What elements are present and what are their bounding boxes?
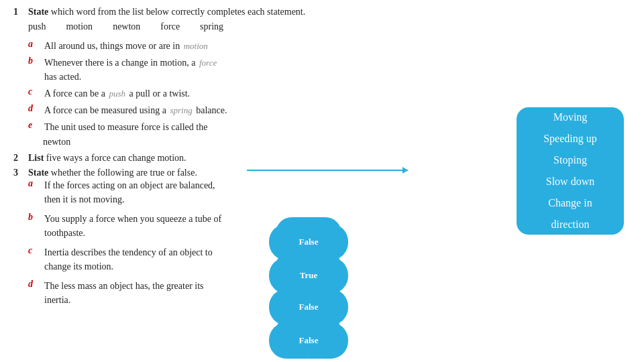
q3-instruction: whether the following are true or false. bbox=[51, 168, 197, 178]
question-number-1: 1 bbox=[13, 7, 25, 147]
q3-label-a: a bbox=[28, 178, 40, 189]
q3-text-c: Inertia describes the tendency of an obj… bbox=[44, 245, 631, 274]
word-newton: newton bbox=[113, 21, 140, 32]
q3-bold: State bbox=[28, 168, 48, 178]
q1-label-c: c bbox=[28, 86, 40, 97]
q2-instruction: five ways a force can change motion. bbox=[46, 153, 186, 163]
q1-sub-b: b Whenever there is a change in motion, … bbox=[28, 56, 631, 84]
question-number-2: 2 bbox=[13, 153, 25, 164]
word-spring: spring bbox=[200, 21, 223, 32]
q1-sub-a: a All around us, things move or are in m… bbox=[28, 39, 631, 53]
q1-sub-c: c A force can be a push a pull or a twis… bbox=[28, 86, 631, 101]
q1-answer-e: newton bbox=[43, 137, 70, 147]
badge-a: False bbox=[285, 228, 332, 256]
question-number-3: 3 bbox=[13, 168, 25, 310]
badge-b: True bbox=[285, 261, 332, 290]
q1-bold: State bbox=[28, 7, 48, 17]
q3-label-b: b bbox=[28, 212, 40, 223]
blue-box-line-2: Speeding up bbox=[543, 128, 597, 149]
badge-c: False bbox=[285, 293, 332, 321]
word-force: force bbox=[160, 21, 180, 32]
badge-d: False bbox=[285, 326, 332, 355]
q2-bold: List bbox=[28, 153, 44, 163]
q1-text-c: A force can be a push a pull or a twist. bbox=[44, 86, 631, 101]
word-push: push bbox=[28, 21, 46, 32]
q1-answer-a: motion bbox=[184, 41, 208, 51]
q1-label-e: e bbox=[28, 120, 40, 131]
word-motion: motion bbox=[66, 21, 93, 32]
q1-answer-c: push bbox=[109, 88, 125, 99]
q3-label-c: c bbox=[28, 245, 40, 256]
q1-label-d: d bbox=[28, 103, 40, 114]
q3-label-d: d bbox=[28, 279, 40, 290]
blue-box-line-3: Stoping bbox=[553, 149, 587, 171]
q1-text-b: Whenever there is a change in motion, a … bbox=[44, 56, 631, 84]
blue-box-line-6: direction bbox=[551, 214, 590, 235]
blue-box-line-4: Slow down bbox=[546, 171, 594, 192]
blue-answer-box: Moving Speeding up Stoping Slow down Cha… bbox=[517, 107, 624, 235]
connector-line bbox=[247, 170, 408, 171]
blue-box-line-5: Change in bbox=[548, 192, 592, 214]
q3-text-d: The less mass an object has, the greater… bbox=[44, 279, 631, 307]
q1-text-a: All around us, things move or are in mot… bbox=[44, 39, 631, 53]
word-list: push motion newton force spring bbox=[28, 21, 631, 32]
q1-label-b: b bbox=[28, 56, 40, 66]
q1-label-a: a bbox=[28, 39, 40, 50]
blue-box-line-1: Moving bbox=[553, 107, 588, 128]
q1-answer-b: force bbox=[199, 58, 217, 68]
q1-instruction: which word from the list below correctly… bbox=[51, 7, 305, 17]
q1-answer-d: spring bbox=[170, 105, 192, 115]
